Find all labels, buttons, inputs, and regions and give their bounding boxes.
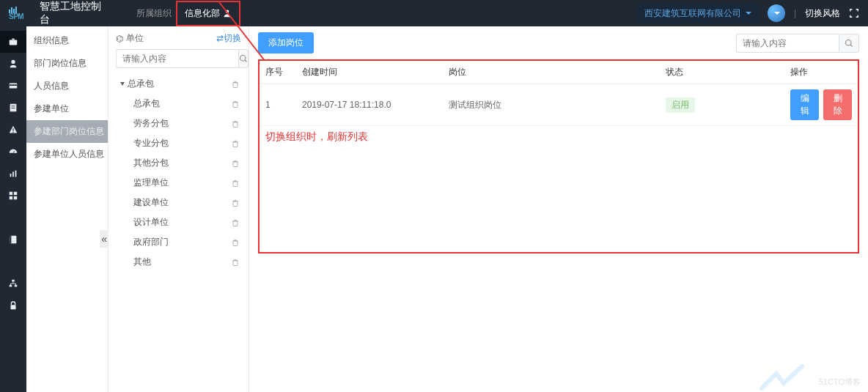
svg-rect-7: [11, 108, 15, 108]
iconbar-book[interactable]: [0, 229, 26, 251]
status-badge: 启用: [666, 97, 695, 113]
svg-rect-6: [11, 106, 15, 106]
iconbar-user[interactable]: [0, 53, 26, 75]
book-icon: [8, 234, 18, 245]
svg-rect-11: [12, 171, 14, 177]
tree-node-child[interactable]: 其他: [117, 252, 241, 272]
user-icon: [8, 59, 18, 69]
nav-column: 组织信息 部门岗位信息 人员信息 参建单位 参建部门岗位信息 参建单位人员信息 …: [26, 26, 108, 392]
search-icon: [845, 39, 853, 48]
th-post: 岗位: [443, 61, 660, 84]
switch-theme-link[interactable]: 切换风格: [805, 7, 840, 20]
trash-icon[interactable]: [231, 139, 240, 148]
tree-search-input[interactable]: [116, 49, 238, 68]
caret-down-icon: [120, 82, 125, 86]
iconbar-card[interactable]: [0, 75, 26, 97]
iconbar-doc[interactable]: [0, 97, 26, 119]
tree-node-label: 劳务分包: [133, 117, 169, 130]
trash-icon[interactable]: [231, 179, 240, 188]
svg-rect-18: [10, 236, 12, 244]
svg-point-34: [846, 40, 852, 45]
logo-mark: SPM: [9, 7, 34, 20]
delete-button[interactable]: 删 除: [823, 89, 852, 120]
tree-node-child[interactable]: 建设单位: [117, 193, 241, 212]
iconbar-grid[interactable]: [0, 185, 26, 207]
svg-rect-8: [12, 128, 13, 131]
nav-item-participating-personnel[interactable]: 参建单位人员信息: [26, 143, 108, 166]
tree-title-text: 单位: [126, 32, 144, 45]
svg-rect-24: [233, 82, 238, 87]
main-search-input[interactable]: [736, 34, 839, 53]
grid-icon: [8, 191, 18, 201]
main-toolbar: 添加岗位: [258, 32, 859, 53]
tree-node-label: 专业分包: [133, 137, 169, 149]
nav-item-org-info[interactable]: 组织信息: [26, 29, 108, 52]
iconbar-tree[interactable]: [0, 273, 26, 295]
watermark-logo: [758, 363, 809, 392]
trash-icon[interactable]: [231, 80, 240, 89]
trash-icon[interactable]: [231, 199, 240, 207]
tree-node-child[interactable]: 专业分包: [117, 133, 241, 153]
tree-search-button[interactable]: [238, 49, 249, 68]
nav-item-participating-post[interactable]: 参建部门岗位信息: [26, 120, 108, 143]
svg-rect-29: [233, 181, 238, 186]
trash-icon[interactable]: [231, 100, 240, 108]
trash-icon[interactable]: [231, 218, 240, 227]
tree-column: ⌬ 单位 ⇄切换 总承包 总承包 劳务分包 专业分包 其他分包 监理单位 建设单…: [108, 26, 249, 392]
top-header: SPM 智慧工地控制台 所属组织 信息化部 西安建筑互联网有限公司 | 切换风格: [0, 0, 868, 26]
tree-node-label: 设计单位: [133, 216, 169, 229]
tree-node-label: 政府部门: [133, 236, 169, 248]
tree-icon: [8, 278, 18, 289]
tree-root: 总承包 总承包 劳务分包 专业分包 其他分包 监理单位 建设单位 设计单位 政府…: [116, 74, 241, 272]
svg-rect-12: [15, 171, 17, 177]
tree-node-label: 其他: [133, 256, 151, 268]
svg-rect-1: [10, 40, 18, 45]
chevron-down-icon: [746, 12, 751, 15]
svg-rect-19: [12, 280, 15, 282]
trash-icon[interactable]: [231, 159, 240, 168]
trash-icon[interactable]: [231, 238, 240, 247]
tree-node-child[interactable]: 其他分包: [117, 153, 241, 173]
tree-node-child[interactable]: 劳务分包: [117, 114, 241, 133]
svg-rect-33: [233, 260, 238, 265]
tree-node-child[interactable]: 设计单位: [117, 212, 241, 232]
iconbar-warning[interactable]: [0, 119, 26, 141]
trash-icon[interactable]: [231, 119, 240, 128]
tree-switch-link[interactable]: ⇄切换: [216, 32, 241, 45]
org-selector[interactable]: 西安建筑互联网有限公司: [637, 4, 759, 23]
svg-point-23: [240, 56, 246, 62]
collapse-nav-button[interactable]: «: [100, 230, 108, 248]
crumb-current[interactable]: 信息化部: [176, 1, 240, 26]
svg-rect-31: [233, 221, 238, 226]
tree-node-child[interactable]: 监理单位: [117, 173, 241, 193]
tree-node-child[interactable]: 政府部门: [117, 232, 241, 252]
table-area: 序号 创建时间 岗位 状态 操作 1 2019-07-17 18:11:18.0…: [258, 59, 859, 254]
fullscreen-icon[interactable]: [849, 8, 859, 18]
iconbar-dashboard[interactable]: [0, 141, 26, 163]
iconbar-briefcase[interactable]: [0, 31, 26, 53]
svg-point-0: [226, 10, 229, 14]
nav-item-dept-post[interactable]: 部门岗位信息: [26, 52, 108, 75]
svg-point-2: [11, 60, 15, 64]
doc-icon: [8, 103, 18, 113]
crumb-parent[interactable]: 所属组织: [132, 7, 176, 20]
iconbar-lock[interactable]: [0, 295, 26, 317]
tree-node-label: 总承包: [128, 78, 154, 90]
nav-item-participating-unit[interactable]: 参建单位: [26, 97, 108, 120]
tree-node-root[interactable]: 总承包: [117, 74, 241, 94]
trash-icon[interactable]: [231, 258, 240, 267]
iconbar-chart[interactable]: [0, 163, 26, 185]
search-icon: [239, 54, 248, 63]
avatar[interactable]: [768, 4, 785, 22]
nav-item-personnel[interactable]: 人员信息: [26, 75, 108, 97]
card-icon: [8, 81, 18, 91]
main-search-button[interactable]: [839, 34, 859, 53]
add-post-button[interactable]: 添加岗位: [258, 32, 314, 53]
tree-node-child[interactable]: 总承包: [117, 94, 241, 114]
tree-node-label: 建设单位: [133, 196, 169, 209]
main-search: [736, 34, 859, 53]
th-index: 序号: [260, 61, 296, 84]
chart-icon: [8, 169, 18, 179]
person-icon: [223, 9, 232, 18]
edit-button[interactable]: 编 辑: [790, 89, 819, 120]
